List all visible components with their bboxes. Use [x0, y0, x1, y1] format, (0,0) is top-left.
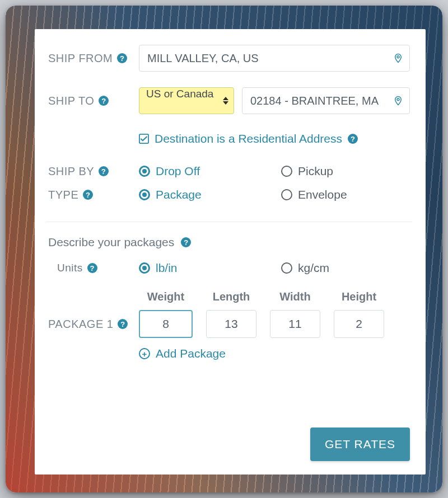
ship-from-label: SHIP FROM ?	[48, 52, 131, 65]
ship-by-label: SHIP BY ?	[48, 165, 131, 178]
add-package-button[interactable]: + Add Package	[139, 347, 410, 360]
ship-by-pickup-label: Pickup	[298, 165, 333, 178]
units-kgcm-option[interactable]: kg/cm	[281, 261, 417, 275]
radio-unselected-icon	[281, 166, 292, 177]
ship-from-label-text: SHIP FROM	[48, 52, 113, 65]
location-pin-icon[interactable]	[393, 94, 403, 107]
ship-from-input[interactable]	[139, 45, 410, 72]
shipping-form: SHIP FROM ? SHIP TO ? US or Canada	[35, 29, 426, 474]
location-pin-icon[interactable]	[393, 51, 403, 65]
ship-to-region-select[interactable]: US or Canada	[139, 87, 234, 114]
help-icon[interactable]: ?	[117, 53, 127, 63]
header-length: Length	[206, 290, 256, 303]
help-icon[interactable]: ?	[348, 134, 358, 144]
header-weight: Weight	[139, 290, 193, 303]
residential-label: Destination is a Residential Address	[155, 132, 342, 145]
radio-selected-icon	[139, 262, 150, 274]
help-icon[interactable]: ?	[99, 166, 109, 176]
header-height: Height	[334, 290, 384, 303]
package-headers: Weight Length Width Height	[139, 290, 410, 303]
ship-to-input[interactable]	[242, 87, 410, 114]
ship-by-dropoff-option[interactable]: Drop Off	[139, 165, 274, 178]
units-label: Units ?	[48, 262, 131, 274]
package-1-label: PACKAGE 1 ?	[48, 318, 131, 331]
residential-row[interactable]: Destination is a Residential Address ?	[139, 132, 410, 145]
header-width: Width	[270, 290, 320, 303]
units-kgcm-label: kg/cm	[298, 261, 329, 275]
divider	[46, 222, 412, 222]
radio-selected-icon	[139, 189, 150, 200]
ship-to-label: SHIP TO ?	[48, 95, 131, 107]
help-icon[interactable]: ?	[87, 263, 97, 273]
units-lbin-option[interactable]: lb/in	[139, 261, 274, 275]
svg-point-0	[397, 56, 399, 58]
type-label-text: TYPE	[48, 189, 78, 201]
select-arrows-icon	[223, 97, 228, 105]
help-icon[interactable]: ?	[99, 96, 109, 106]
type-envelope-option[interactable]: Envelope	[281, 188, 417, 201]
type-label: TYPE ?	[48, 189, 131, 201]
package-height-input[interactable]	[334, 310, 384, 338]
packages-section-title: Describe your packages ?	[48, 236, 410, 249]
packages-section-title-text: Describe your packages	[48, 236, 174, 249]
plus-circle-icon: +	[139, 348, 150, 359]
type-package-label: Package	[156, 188, 202, 201]
type-package-option[interactable]: Package	[139, 188, 274, 201]
ship-to-label-text: SHIP TO	[48, 95, 94, 107]
add-package-label: Add Package	[156, 347, 226, 360]
help-icon[interactable]: ?	[83, 190, 93, 200]
package-length-input[interactable]	[206, 310, 256, 338]
residential-checkbox-icon[interactable]	[139, 134, 149, 144]
svg-point-1	[397, 98, 399, 101]
radio-unselected-icon	[281, 262, 292, 274]
ship-by-label-text: SHIP BY	[48, 165, 94, 178]
package-width-input[interactable]	[270, 310, 320, 338]
package-weight-input[interactable]	[139, 310, 193, 338]
type-envelope-label: Envelope	[298, 188, 347, 201]
help-icon[interactable]: ?	[118, 319, 128, 329]
package-1-label-text: PACKAGE 1	[48, 318, 113, 331]
ship-to-region-value: US or Canada	[139, 87, 234, 114]
radio-unselected-icon	[281, 189, 292, 200]
units-label-text: Units	[57, 262, 83, 274]
help-icon[interactable]: ?	[181, 237, 191, 247]
get-rates-button[interactable]: GET RATES	[310, 427, 410, 461]
units-lbin-label: lb/in	[156, 261, 178, 275]
ship-by-pickup-option[interactable]: Pickup	[281, 165, 417, 178]
radio-selected-icon	[139, 166, 150, 177]
ship-by-dropoff-label: Drop Off	[156, 165, 200, 178]
